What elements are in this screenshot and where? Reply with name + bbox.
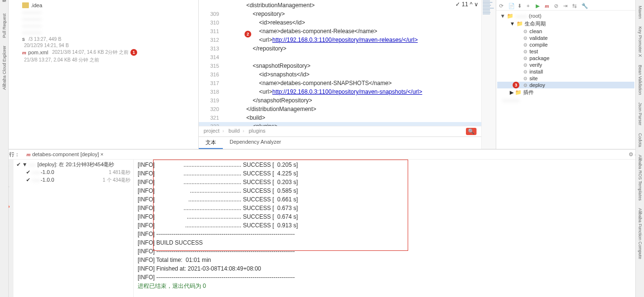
maven-icon: m xyxy=(26,151,31,157)
console-line: [INFO] Total time: 01:01 min xyxy=(138,256,631,264)
collapse-icon[interactable]: ⇆ xyxy=(572,3,579,9)
search-icon[interactable]: 🔍 xyxy=(466,128,477,135)
tab-dependency-analyzer[interactable]: Dependency Analyzer xyxy=(223,137,288,149)
line-number: 319 xyxy=(199,96,224,105)
run-tool-window: 运行： m detabes-component [deploy] × ⚙ — ▶… xyxy=(0,149,644,297)
goal-label: validate xyxy=(529,35,548,41)
maven-goal-deploy[interactable]: 3⚙ deploy xyxy=(497,82,634,88)
minimap[interactable] xyxy=(481,0,496,149)
console-line: 进程已结束，退出代码为 0 xyxy=(138,282,631,290)
editor-bottom-tabs: 文本 Dependency Analyzer xyxy=(199,136,481,149)
code-content xyxy=(224,53,253,62)
side-tab-json-parser[interactable]: Json Parser xyxy=(637,99,644,128)
run-tree-root[interactable]: ✔ ▼ ---- [deploy]: 在 20:1分钟3秒454毫秒 xyxy=(14,161,132,169)
maven-goal-test[interactable]: ⚙ test xyxy=(497,48,634,55)
tree-item[interactable]: ----------- xyxy=(19,15,198,22)
side-tab-key-promoter[interactable]: Key Promoter X xyxy=(637,24,644,60)
line-number: 322 xyxy=(199,122,224,126)
maven-icon[interactable]: m xyxy=(545,3,551,9)
maven-root[interactable]: ▼ 📁 ------- (root) xyxy=(497,12,634,20)
side-tab-alibaba-cloud[interactable]: Alibaba Cloud Explorer xyxy=(1,43,8,93)
code-line[interactable]: 322 <plugins> xyxy=(199,122,481,126)
code-line[interactable]: 320 </distributionManagement> xyxy=(199,105,481,113)
tree-item[interactable]: 20/12/29 14:21, 94 B xyxy=(19,42,198,49)
bc-item[interactable]: project xyxy=(204,128,219,134)
refresh-icon[interactable]: ⟳ xyxy=(499,3,505,9)
folder-icon xyxy=(22,2,29,8)
tree-item[interactable]: ----------- xyxy=(19,9,198,15)
code-line[interactable]: 319 </snapshotRepository> xyxy=(199,96,481,105)
code-content: </repository> xyxy=(224,44,286,53)
tab-text[interactable]: 文本 xyxy=(199,137,223,149)
maven-icon: m xyxy=(22,50,26,55)
code-line[interactable]: 310 <id>releases</id> xyxy=(199,18,481,27)
bc-item[interactable]: build xyxy=(229,128,240,134)
tree-meta: /3 13:27, 449 B xyxy=(29,37,62,42)
line-number: 318 xyxy=(199,87,224,96)
run-time: 1 个 434毫秒 xyxy=(103,177,130,184)
code-line[interactable]: 321 <build> xyxy=(199,113,481,122)
maven-item[interactable]: ---------- xyxy=(497,97,634,103)
line-number: 317 xyxy=(199,79,224,87)
code-line[interactable]: 316 <id>snapshots</id> xyxy=(199,70,481,79)
maven-lifecycle[interactable]: ▼ 📁 生命周期 xyxy=(497,20,634,28)
code-line[interactable]: 311 <name>detabes-component-Release</nam… xyxy=(199,27,481,36)
goal-label: compile xyxy=(529,42,548,48)
maven-goal-install[interactable]: ⚙ install xyxy=(497,68,634,75)
side-tab-alibaba-ros[interactable]: Alibaba ROS Templates xyxy=(637,152,644,203)
bc-item[interactable]: plugins xyxy=(249,128,266,134)
maven-goal-site[interactable]: ⚙ site xyxy=(497,75,634,82)
code-content: <repository> xyxy=(224,10,285,18)
toggle-skip-tests-icon[interactable]: ⇥ xyxy=(563,3,569,9)
side-tab-commit[interactable]: 提交 xyxy=(0,3,8,9)
code-line[interactable]: 309 <repository> xyxy=(199,10,481,18)
generate-sources-icon[interactable]: 📄 xyxy=(508,3,515,9)
run-tree-item[interactable]: ✔ ------1.0.0 1 481毫秒 xyxy=(14,169,132,176)
tree-folder-idea[interactable]: .idea xyxy=(19,2,198,9)
gear-icon: ⚙ xyxy=(523,62,528,68)
maven-goal-verify[interactable]: ⚙ verify xyxy=(497,62,634,68)
code-editor[interactable]: ✓ 11 ^ ∨ 2 <distributionManagement>309 <… xyxy=(199,0,481,149)
side-tab-codota[interactable]: Codota xyxy=(637,130,644,150)
code-line[interactable]: 318 <url>http://192.168.0.3:1100/reposit… xyxy=(199,87,481,96)
maven-goal-compile[interactable]: ⚙ compile xyxy=(497,41,634,48)
console-line: [INFO] .................................… xyxy=(138,204,631,212)
right-tool-strip: Maven Key Promoter X Bean Validation Jso… xyxy=(635,0,644,297)
code-line[interactable]: 314 xyxy=(199,53,481,62)
console-line: [INFO] .................................… xyxy=(138,195,631,204)
maven-goal-clean[interactable]: ⚙ clean xyxy=(497,28,634,35)
file-label: pom.xml xyxy=(28,50,49,55)
code-line[interactable]: <distributionManagement> xyxy=(199,1,481,10)
maven-goal-package[interactable]: ⚙ package xyxy=(497,55,634,62)
tree-item[interactable]: s /3 13:27, 449 B xyxy=(19,36,198,42)
code-line[interactable]: 315 <snapshotRepository> xyxy=(199,62,481,70)
code-line[interactable]: 317 <name>detabes-component-SNAPSHOTS</n… xyxy=(199,79,481,87)
editor-toolbar: ✓ 11 ^ ∨ xyxy=(455,1,478,8)
side-tab-alibaba-fc[interactable]: Alibaba Function Compute xyxy=(637,205,644,262)
run-tab[interactable]: m detabes-component [deploy] × xyxy=(24,150,106,158)
toggle-offline-icon[interactable]: ⊘ xyxy=(554,3,560,9)
code-line[interactable]: 313 </repository> xyxy=(199,44,481,53)
line-number: 313 xyxy=(199,44,224,53)
tree-item[interactable]: 21/3/8 13:27, 2.04 KB 48 分钟 之前 xyxy=(19,56,198,64)
tree-label: s xyxy=(22,36,25,42)
side-tab-pull-request[interactable]: Pull Request xyxy=(1,11,8,41)
maven-plugins-node[interactable]: ▶ 📁 插件 xyxy=(497,88,634,97)
code-line[interactable]: 312 <url>http://192.168.0.3:1100/reposit… xyxy=(199,36,481,44)
console-output[interactable]: [INFO] .................................… xyxy=(134,160,635,297)
tree-file-pom[interactable]: m pom.xml 2021/3/8 14:07, 14.6 KB 2分钟 之前… xyxy=(19,49,198,56)
code-content: <url>http://192.168.0.3:1100/repository/… xyxy=(224,36,418,44)
side-tab-maven[interactable]: Maven xyxy=(637,3,644,22)
run-icon[interactable]: ▶ xyxy=(536,3,542,9)
run-tree-item[interactable]: ✔ ------1.0.0 1 个 434毫秒 xyxy=(14,176,132,184)
tree-item[interactable]: ----------- xyxy=(19,22,198,29)
side-tab-bean-validation[interactable]: Bean Validation xyxy=(637,62,644,98)
breadcrumb[interactable]: project› build› plugins 🔍 xyxy=(199,126,481,136)
line-number: 316 xyxy=(199,70,224,79)
left-tool-strip: 提交 Pull Request Alibaba Cloud Explorer xyxy=(0,0,9,297)
download-icon[interactable]: ⬇ xyxy=(517,3,524,9)
settings-icon[interactable]: 🔧 xyxy=(581,3,588,9)
add-icon[interactable]: + xyxy=(527,3,533,9)
tree-item[interactable]: ----------- xyxy=(19,29,198,36)
maven-goal-validate[interactable]: ⚙ validate xyxy=(497,35,634,41)
